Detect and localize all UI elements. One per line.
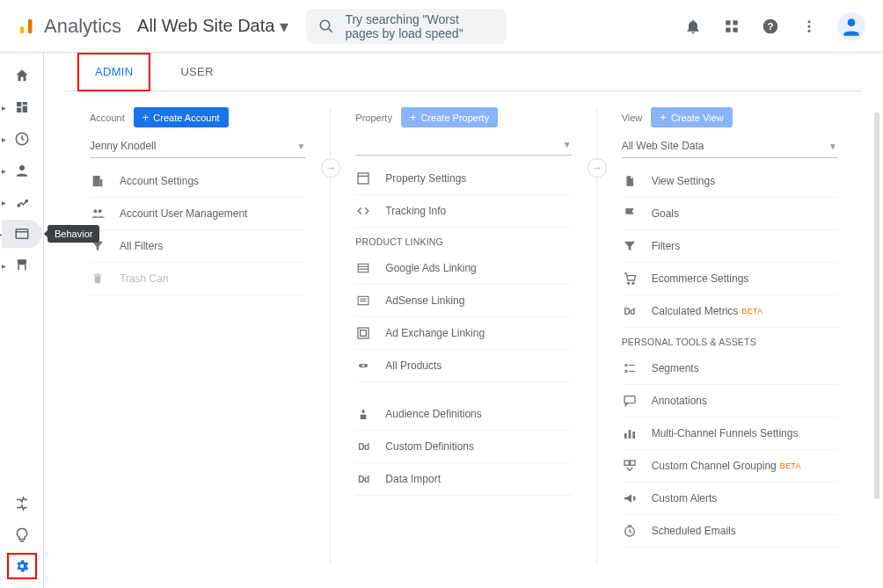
annotations[interactable]: Annotations <box>622 385 837 417</box>
svg-rect-48 <box>624 433 627 439</box>
svg-point-21 <box>26 200 27 201</box>
svg-rect-52 <box>630 461 634 465</box>
goals[interactable]: Goals <box>622 198 837 230</box>
ecommerce-settings[interactable]: Ecommerce Settings <box>622 263 837 295</box>
view-column: View +Create View All Web Site Data▼ Vie… <box>596 107 862 564</box>
all-filters[interactable]: All Filters <box>90 230 305 263</box>
svg-rect-4 <box>726 20 730 25</box>
dd-icon: Dd <box>622 303 638 319</box>
main-content: ADMIN USER Account +Create Account Jenny… <box>44 53 883 588</box>
chevron-down-icon: ▼ <box>296 142 305 151</box>
notifications-icon[interactable] <box>682 16 704 37</box>
adsense-linking[interactable]: AdSense Linking <box>355 285 571 317</box>
view-selector-label: All Web Site Data <box>137 16 274 36</box>
svg-point-12 <box>808 29 811 32</box>
admin-tabs: ADMIN USER <box>65 53 862 91</box>
svg-rect-40 <box>362 365 365 367</box>
scrollbar[interactable] <box>874 113 879 499</box>
product-linking-label: PRODUCT LINKING <box>355 228 571 252</box>
comment-icon <box>622 393 638 409</box>
custom-definitions[interactable]: DdCustom Definitions <box>355 431 571 463</box>
nav-discover[interactable] <box>0 521 43 549</box>
svg-point-20 <box>18 205 19 207</box>
tab-admin[interactable]: ADMIN <box>77 53 150 91</box>
tab-user[interactable]: USER <box>177 53 216 91</box>
help-icon[interactable]: ? <box>760 16 781 37</box>
nav-behavior[interactable]: ▶ <box>2 220 42 248</box>
ad-exchange-linking[interactable]: Ad Exchange Linking <box>355 317 571 350</box>
account-selector[interactable]: Jenny Knodell▼ <box>90 136 305 158</box>
custom-alerts[interactable]: Custom Alerts <box>622 483 837 515</box>
svg-point-10 <box>808 20 811 23</box>
custom-channel-grouping[interactable]: Custom Channel GroupingBETA <box>622 450 837 483</box>
filter-icon <box>622 238 638 254</box>
nav-realtime[interactable]: ▶ <box>0 125 43 153</box>
account-settings[interactable]: Account Settings <box>90 165 305 198</box>
apps-icon[interactable] <box>721 16 742 37</box>
svg-point-41 <box>627 282 629 284</box>
svg-rect-47 <box>624 396 635 403</box>
svg-point-11 <box>808 25 811 27</box>
svg-rect-17 <box>17 108 21 113</box>
all-products[interactable]: All Products <box>355 350 571 382</box>
nav-audience[interactable]: ▶ <box>0 156 43 185</box>
svg-rect-25 <box>93 176 100 186</box>
create-property-button[interactable]: +Create Property <box>401 107 498 127</box>
audience-definitions[interactable]: Audience Definitions <box>355 398 571 431</box>
chart-icon <box>622 425 638 441</box>
search-input[interactable]: Try searching "Worst pages by load speed… <box>306 9 507 44</box>
view-label: View <box>622 113 643 123</box>
svg-rect-14 <box>17 102 21 106</box>
segments-icon <box>622 360 638 376</box>
segments[interactable]: Segments <box>622 352 837 385</box>
audience-icon <box>355 406 371 422</box>
code-icon <box>355 203 371 219</box>
svg-rect-16 <box>22 106 26 113</box>
property-column: Property +Create Property ▼ → Property S… <box>330 107 595 564</box>
side-nav: ▶ ▶ ▶ ▶ ▶ ▶ <box>0 53 44 588</box>
svg-rect-29 <box>358 173 369 184</box>
data-import[interactable]: DdData Import <box>355 463 571 496</box>
property-selector[interactable]: ▼ <box>355 136 571 156</box>
search-icon <box>318 18 334 34</box>
svg-text:?: ? <box>767 20 773 32</box>
nav-attribution[interactable] <box>0 490 43 518</box>
settings-box-icon <box>355 171 371 186</box>
google-ads-linking[interactable]: Google Ads Linking <box>355 252 571 285</box>
create-view-button[interactable]: +Create View <box>651 107 732 127</box>
svg-rect-0 <box>20 26 25 33</box>
nav-home[interactable] <box>0 62 43 90</box>
plus-icon: + <box>410 112 417 123</box>
clock-icon <box>622 523 638 539</box>
svg-rect-38 <box>361 330 367 337</box>
user-avatar[interactable] <box>837 12 865 40</box>
nav-customization[interactable]: ▶ <box>0 93 43 121</box>
collapse-arrow-icon[interactable]: → <box>587 158 607 178</box>
svg-rect-37 <box>358 328 369 338</box>
property-settings[interactable]: Property Settings <box>355 163 571 195</box>
chevron-down-icon: ▾ <box>280 16 288 37</box>
view-selector-dropdown[interactable]: All Web Site Data▼ <box>622 136 837 158</box>
svg-rect-22 <box>16 229 28 239</box>
ads-icon <box>355 260 371 276</box>
adsense-icon <box>355 293 371 309</box>
multi-channel-funnels[interactable]: Multi-Channel Funnels Settings <box>622 417 837 450</box>
nav-admin[interactable] <box>14 558 30 574</box>
account-column: Account +Create Account Jenny Knodell▼ →… <box>65 107 330 564</box>
account-user-management[interactable]: Account User Management <box>90 198 305 230</box>
svg-point-19 <box>19 165 25 171</box>
nav-conversions[interactable]: ▶ <box>0 251 43 279</box>
page-icon <box>622 173 638 189</box>
scheduled-emails[interactable]: Scheduled Emails <box>622 515 837 548</box>
chevron-down-icon: ▼ <box>563 140 572 149</box>
view-selector[interactable]: All Web Site Data ▾ <box>137 16 288 37</box>
more-icon[interactable] <box>799 16 820 37</box>
tracking-info[interactable]: Tracking Info <box>355 195 571 228</box>
view-filters[interactable]: Filters <box>622 230 837 263</box>
product-logo[interactable]: Analytics <box>18 15 121 38</box>
trash-can[interactable]: Trash Can <box>90 263 305 295</box>
create-account-button[interactable]: +Create Account <box>134 107 229 127</box>
nav-acquisition[interactable]: ▶ <box>0 188 43 216</box>
view-settings[interactable]: View Settings <box>622 165 837 198</box>
calculated-metrics[interactable]: DdCalculated MetricsBETA <box>622 295 837 328</box>
